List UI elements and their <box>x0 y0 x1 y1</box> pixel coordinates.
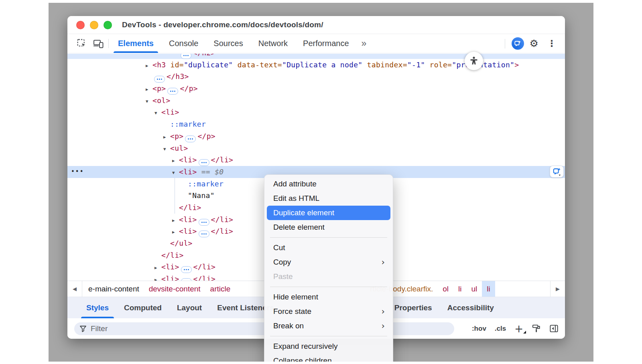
inline-expand-ellipsis-button[interactable] <box>199 231 209 237</box>
expand-arrow-icon[interactable]: ▸ <box>154 274 161 281</box>
inspect-element-icon[interactable] <box>73 34 90 53</box>
tab-console[interactable]: Console <box>161 34 206 53</box>
menu-item-break-on[interactable]: Break on› <box>267 319 390 333</box>
code-token-tag: <li> <box>179 156 197 164</box>
code-token-text: "Nana" <box>188 191 215 200</box>
expand-arrow-icon[interactable]: ▸ <box>172 214 179 226</box>
tab-elements[interactable]: Elements <box>110 34 161 53</box>
expand-arrow-icon[interactable]: ▸ <box>146 60 152 72</box>
inline-expand-ellipsis-button[interactable] <box>199 159 209 166</box>
context-menu: Add attributeEdit as HTMLDuplicate eleme… <box>264 174 393 362</box>
more-tabs-button[interactable]: » <box>357 34 371 53</box>
collapse-arrow-icon[interactable]: ▾ <box>154 107 161 119</box>
code-token-tag: <li> <box>161 108 179 116</box>
menu-item-hide-element[interactable]: Hide element <box>267 290 390 304</box>
toggle-class-button[interactable]: .cls <box>495 325 506 333</box>
settings-gear-icon[interactable]: ⚙ <box>527 38 541 49</box>
expand-arrow-icon[interactable]: ▸ <box>163 131 170 143</box>
expand-arrow-icon[interactable]: ▸ <box>154 262 161 274</box>
collapse-panel-icon[interactable] <box>549 324 559 333</box>
dom-tree-row[interactable]: ▸<p></p> <box>67 83 565 95</box>
window-titlebar: DevTools - developer.chrome.com/docs/dev… <box>67 16 565 34</box>
code-token-val: "presentation" <box>452 61 514 69</box>
panel-tabs: ElementsConsoleSourcesNetworkPerformance <box>110 34 357 53</box>
breadcrumb-item-ul[interactable]: ul <box>467 281 482 297</box>
row-actions-dots-icon[interactable]: ••• <box>71 166 84 178</box>
collapse-arrow-icon[interactable]: ▾ <box>146 95 152 107</box>
toggle-hover-state-button[interactable]: :hov <box>472 325 486 333</box>
code-token-metai: $0 <box>215 168 223 176</box>
code-token-tag: <h3 <box>152 61 166 69</box>
sidebar-tab-computed[interactable]: Computed <box>116 297 169 318</box>
tab-sources[interactable]: Sources <box>206 34 250 53</box>
paint-roller-icon[interactable] <box>532 324 541 333</box>
dom-tree-row[interactable]: ▸<h3 id="duplicate" data-text="Duplicate… <box>67 59 565 71</box>
inline-expand-ellipsis-button[interactable] <box>167 88 178 95</box>
traffic-lights <box>76 21 112 29</box>
breadcrumb-item-li[interactable]: li <box>482 281 495 297</box>
tab-performance[interactable]: Performance <box>295 34 357 53</box>
submenu-chevron-icon: › <box>382 304 385 319</box>
inline-expand-ellipsis-button[interactable] <box>199 219 209 226</box>
code-token-tag: > <box>514 61 519 69</box>
breadcrumb-item-devsite-content[interactable]: devsite-content <box>144 281 205 297</box>
code-token-val: "-1" <box>407 61 425 69</box>
accessibility-person-icon[interactable] <box>465 52 483 70</box>
collapse-arrow-icon[interactable]: ▾ <box>163 143 170 155</box>
menu-item-collapse-children[interactable]: Collapse children <box>267 354 390 362</box>
new-style-rule-button[interactable]: + <box>514 325 523 333</box>
breadcrumb-item-e-main-content[interactable]: e-main-content <box>83 281 144 297</box>
inline-expand-ellipsis-button[interactable] <box>185 135 196 142</box>
inline-expand-ellipsis-button[interactable] <box>181 54 191 59</box>
dom-tree-row[interactable]: ▾<ol> <box>67 95 565 107</box>
sidebar-tab-styles[interactable]: Styles <box>79 297 116 318</box>
menu-item-expand-recursively[interactable]: Expand recursively <box>267 339 390 354</box>
menu-item-force-state[interactable]: Force state› <box>267 304 390 319</box>
breadcrumb-scroll-right-icon[interactable]: ▶ <box>550 281 565 297</box>
toolbar-right-actions: ⚙ ⋮ <box>505 34 565 53</box>
menu-item-paste: Paste <box>267 269 390 284</box>
ai-assistance-chip-icon[interactable] <box>550 166 564 178</box>
expand-arrow-icon[interactable]: ▸ <box>146 83 152 95</box>
collapse-arrow-icon[interactable]: ▾ <box>172 167 179 179</box>
dom-tree-row[interactable]: ▸<li></li> <box>67 154 565 166</box>
expand-arrow-icon[interactable]: ▸ <box>172 226 179 238</box>
device-toolbar-icon[interactable] <box>90 34 107 53</box>
dom-tree-row[interactable]: ▸<p></p> <box>67 130 565 142</box>
minimize-button[interactable] <box>90 21 98 29</box>
dom-tree-row[interactable]: ::marker <box>67 118 565 130</box>
code-token-tag: <ol> <box>152 96 171 105</box>
code-token-attr: tabindex= <box>362 61 407 69</box>
breadcrumb-item-li[interactable]: li <box>453 281 466 297</box>
code-token-tag: </li> <box>211 156 234 164</box>
dom-tree-row[interactable]: </h3> <box>67 71 565 83</box>
menu-item-delete-element[interactable]: Delete element <box>267 220 390 235</box>
menu-item-edit-as-html[interactable]: Edit as HTML <box>267 191 390 206</box>
code-token-tag: </li> <box>211 227 234 235</box>
breadcrumb-scroll-left-icon[interactable]: ◀ <box>67 281 82 297</box>
code-token-tag: <li> <box>161 275 179 281</box>
dom-tree-row[interactable]: ▾<li> <box>67 106 565 118</box>
code-token-tag: </li> <box>193 275 216 281</box>
ai-assistance-icon[interactable] <box>512 37 524 50</box>
inline-expand-ellipsis-button[interactable] <box>154 76 165 83</box>
breadcrumb-item-ol[interactable]: ol <box>438 281 453 297</box>
kebab-menu-icon[interactable]: ⋮ <box>544 38 559 49</box>
menu-item-cut[interactable]: Cut <box>267 241 390 255</box>
code-token-attr: id= <box>166 61 184 69</box>
dom-tree-row-clipped[interactable]: </h2> <box>67 54 565 59</box>
sidebar-tab-accessibility[interactable]: Accessibility <box>440 297 502 318</box>
menu-item-duplicate-element[interactable]: Duplicate element <box>267 206 390 220</box>
tab-network[interactable]: Network <box>251 34 295 53</box>
inline-expand-ellipsis-button[interactable] <box>181 266 192 273</box>
code-token-tag: </li> <box>161 251 184 259</box>
menu-item-copy[interactable]: Copy› <box>267 255 390 269</box>
sidebar-tab-properties[interactable]: Properties <box>387 297 440 318</box>
menu-item-add-attribute[interactable]: Add attribute <box>267 177 390 191</box>
zoom-button[interactable] <box>104 21 112 29</box>
breadcrumb-item-article[interactable]: article <box>205 281 236 297</box>
expand-arrow-icon[interactable]: ▸ <box>172 155 179 167</box>
close-button[interactable] <box>76 21 85 29</box>
sidebar-tab-layout[interactable]: Layout <box>169 297 209 318</box>
dom-tree-row[interactable]: ▾<ul> <box>67 142 565 154</box>
